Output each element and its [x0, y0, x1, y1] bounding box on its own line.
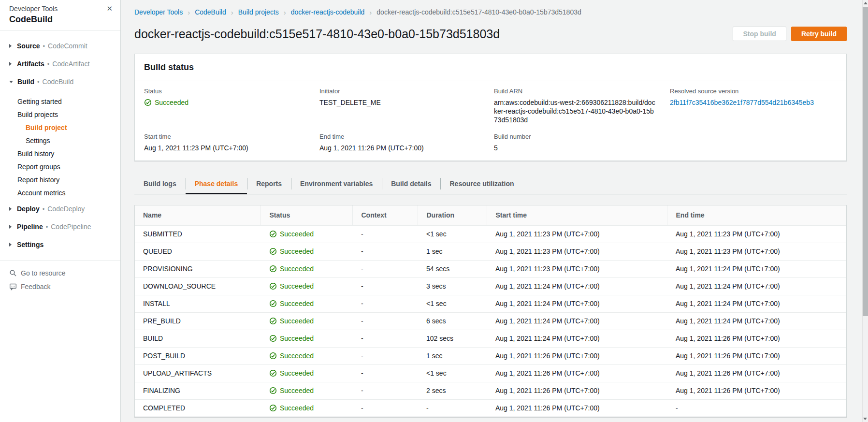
cell-name: COMPLETED [135, 399, 260, 417]
footer-label: Feedback [21, 283, 50, 291]
phase-details-table: NameStatusContextDurationStart timeEnd t… [135, 205, 846, 417]
status-text: Succeeded [280, 282, 314, 290]
cell-name: INSTALL [135, 295, 260, 312]
cell-end: Aug 1, 2021 11:24 PM (UTC+7:00) [667, 277, 846, 295]
field-value: TEST_DELETE_ME [319, 98, 494, 107]
sidebar-item-account-metrics[interactable]: Account metrics [0, 186, 120, 199]
tab-phase-details[interactable]: Phase details [186, 173, 247, 194]
sidebar-section-source[interactable]: Source • CodeCommit [9, 41, 120, 51]
table-row-provisioning: PROVISIONING Succeeded-54 secsAug 1, 202… [135, 260, 846, 277]
cell-status: Succeeded [260, 312, 352, 330]
cell-start: Aug 1, 2021 11:26 PM (UTC+7:00) [487, 347, 667, 364]
success-check-icon [269, 404, 277, 412]
tab-reports[interactable]: Reports [247, 173, 291, 194]
table-header-row: NameStatusContextDurationStart timeEnd t… [135, 205, 846, 225]
scrollbar-thumb[interactable] [863, 7, 868, 316]
sidebar-section-pipeline[interactable]: Pipeline • CodePipeline [9, 222, 120, 232]
status-text: Succeeded [280, 230, 314, 238]
table-body: SUBMITTED Succeeded-<1 secAug 1, 2021 11… [135, 225, 846, 417]
status-text: Succeeded [280, 404, 314, 412]
breadcrumb-item-4[interactable]: docker-reactjs-codebuild [291, 8, 365, 16]
sidebar-section-artifacts[interactable]: Artifacts • CodeArtifact [9, 59, 120, 69]
column-header-status: Status [260, 205, 352, 225]
cell-name: FINALIZING [135, 382, 260, 399]
cell-context: - [352, 399, 418, 417]
cell-start: Aug 1, 2021 11:24 PM (UTC+7:00) [487, 330, 667, 347]
table-row-completed: COMPLETED Succeeded--Aug 1, 2021 11:26 P… [135, 399, 846, 417]
cell-start: Aug 1, 2021 11:23 PM (UTC+7:00) [487, 260, 667, 277]
cell-start: Aug 1, 2021 11:26 PM (UTC+7:00) [487, 399, 667, 417]
sidebar-item-build-history[interactable]: Build history [0, 147, 120, 160]
cell-name: PRE_BUILD [135, 312, 260, 330]
cell-context: - [352, 347, 418, 364]
cell-name: SUBMITTED [135, 225, 260, 243]
sidebar-section-build[interactable]: Build • CodeBuild [9, 77, 120, 87]
tab-resource-utilization[interactable]: Resource utilization [440, 173, 523, 194]
breadcrumb-separator-icon: › [369, 8, 372, 16]
breadcrumb-item-3[interactable]: Build projects [238, 8, 279, 16]
page-title: docker-reactjs-codebuild:c515e517-4810-4… [134, 26, 500, 42]
table-row-install: INSTALL Succeeded-<1 secAug 1, 2021 11:2… [135, 295, 846, 312]
cell-context: - [352, 330, 418, 347]
column-header-duration: Duration [418, 205, 487, 225]
cell-status: Succeeded [260, 225, 352, 243]
scroll-up-arrow-icon[interactable] [864, 2, 868, 4]
cell-status: Succeeded [260, 295, 352, 312]
stop-build-button[interactable]: Stop build [733, 27, 786, 41]
cell-duration: 1 sec [418, 243, 487, 260]
sidebar-footer: Go to resource Feedback [0, 261, 120, 291]
scroll-down-arrow-icon[interactable] [863, 418, 867, 420]
build-status-fields: Status Succeeded Initiator TEST_DELETE_M… [135, 81, 846, 160]
close-icon[interactable]: ✕ [106, 5, 113, 12]
success-check-icon [269, 282, 277, 290]
table-row-download-source: DOWNLOAD_SOURCE Succeeded-3 secsAug 1, 2… [135, 277, 846, 295]
field-value: Aug 1, 2021 11:26 PM (UTC+7:00) [319, 144, 494, 152]
cell-name: DOWNLOAD_SOURCE [135, 277, 260, 295]
caret-icon [9, 62, 12, 66]
page-scrollbar[interactable] [862, 0, 868, 422]
sidebar-item-report-history[interactable]: Report history [0, 173, 120, 186]
success-check-icon [269, 335, 277, 342]
success-check-icon [144, 99, 152, 106]
tab-build-logs[interactable]: Build logs [134, 173, 186, 194]
cell-duration: 2 secs [418, 382, 487, 399]
cell-end: Aug 1, 2021 11:23 PM (UTC+7:00) [667, 225, 846, 243]
caret-icon [9, 44, 12, 48]
breadcrumb-item-2[interactable]: CodeBuild [195, 8, 226, 16]
tab-environment-variables[interactable]: Environment variables [291, 173, 382, 194]
column-header-name: Name [135, 205, 260, 225]
retry-build-button[interactable]: Retry build [791, 27, 847, 41]
sidebar-title: CodeBuild [9, 15, 113, 25]
sidebar-item-report-groups[interactable]: Report groups [0, 160, 120, 173]
status-text: Succeeded [280, 265, 314, 273]
caret-icon [9, 207, 12, 211]
sidebar-item-build-projects[interactable]: Build projects [0, 108, 120, 121]
feedback-icon [9, 283, 17, 291]
sidebar-nav: Source • CodeCommit Artifacts • CodeArti… [0, 31, 120, 249]
sidebar-item-build-project[interactable]: Build project [0, 121, 120, 134]
sidebar-section-settings[interactable]: Settings [9, 240, 120, 249]
sidebar-item-settings[interactable]: Settings [0, 134, 120, 147]
cell-end: Aug 1, 2021 11:24 PM (UTC+7:00) [667, 312, 846, 330]
field-label: Build ARN [494, 87, 670, 95]
sidebar-subnav-build: Getting started Build projects Build pro… [0, 95, 120, 199]
success-check-icon [269, 247, 277, 255]
cell-context: - [352, 260, 418, 277]
field-value[interactable]: 2fb11f7c35416be362e1f7877d554d21b6345eb3 [670, 98, 837, 107]
sidebar-section-deploy[interactable]: Deploy • CodeDeploy [9, 204, 120, 214]
cell-end: Aug 1, 2021 11:26 PM (UTC+7:00) [667, 364, 846, 382]
tab-build-details[interactable]: Build details [382, 173, 440, 194]
sidebar-footer-feedback[interactable]: Feedback [0, 282, 120, 291]
sidebar-header: Developer Tools ✕ CodeBuild [0, 0, 120, 25]
sidebar-item-getting-started[interactable]: Getting started [0, 95, 120, 108]
cell-end: Aug 1, 2021 11:26 PM (UTC+7:00) [667, 347, 846, 364]
column-header-end-time: End time [667, 205, 846, 225]
field-build-number: Build number 5 [494, 133, 670, 152]
caret-icon [9, 81, 13, 83]
field-resolved-source-version: Resolved source version 2fb11f7c35416be3… [670, 87, 837, 124]
breadcrumb-item-1[interactable]: Developer Tools [134, 8, 183, 16]
cell-name: QUEUED [135, 243, 260, 260]
field-build-arn: Build ARN arn:aws:codebuild:us-west-2:66… [494, 87, 670, 124]
sidebar-footer-go-to-resource[interactable]: Go to resource [0, 268, 120, 278]
cell-context: - [352, 364, 418, 382]
